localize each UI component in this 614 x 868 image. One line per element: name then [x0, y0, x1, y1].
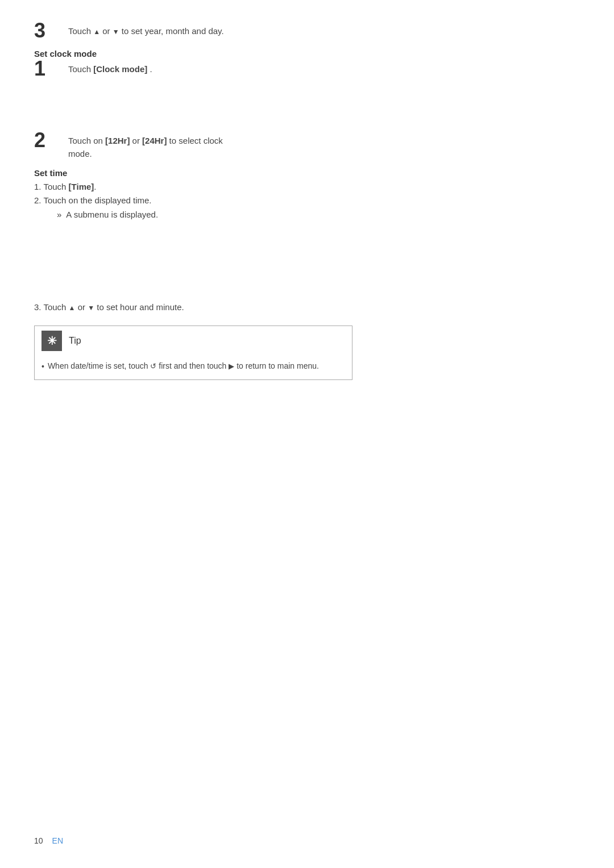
down-arrow-icon	[113, 26, 119, 36]
24hr-label: [24Hr]	[142, 136, 167, 145]
down-arrow-2-icon	[88, 302, 94, 312]
set-time-heading: Set time	[34, 168, 580, 178]
tip-header: ✳ Tip	[35, 326, 352, 356]
step-1-end: .	[147, 64, 152, 74]
step1-end: .	[94, 182, 96, 191]
tip-icon-box: ✳	[42, 331, 62, 351]
step-3-time-block: 3. Touch or to set hour and minute.	[34, 299, 580, 314]
footer: 10 EN	[34, 836, 63, 845]
play-icon: ▶	[229, 361, 234, 372]
submenu-arrow: »	[57, 210, 61, 219]
tip-title: Tip	[69, 336, 81, 346]
tip-box: ✳ Tip • When date/time is set, touch ↺ f…	[34, 326, 352, 380]
page-content: 3 Touch or to set year, month and day. S…	[34, 23, 580, 380]
set-time-list: 1. Touch [Time]. 2. Touch on the display…	[34, 180, 580, 207]
bullet-dot: •	[42, 361, 44, 373]
step-1-clock-block: 1 Touch [Clock mode] .	[34, 61, 580, 79]
spacer-1	[34, 87, 580, 132]
page-language: EN	[52, 836, 63, 845]
tip-bullet: • When date/time is set, touch ↺ first a…	[42, 360, 345, 373]
step-2-clock-block: 2 Touch on [12Hr] or [24Hr] to select cl…	[34, 132, 580, 160]
clock-mode-label: [Clock mode]	[93, 64, 147, 74]
asterisk-icon: ✳	[47, 334, 57, 348]
submenu-text: A submenu is displayed.	[66, 210, 158, 219]
step-3-year-text: Touch or to set year, month and day.	[68, 23, 224, 38]
up-arrow-icon	[93, 26, 100, 36]
step-1-clock-text: Touch [Clock mode] .	[68, 61, 152, 76]
tip-body: • When date/time is set, touch ↺ first a…	[35, 356, 352, 379]
set-time-step2: 2. Touch on the displayed time.	[34, 194, 580, 207]
set-clock-mode-heading: Set clock mode	[34, 49, 580, 59]
spacer-2	[34, 219, 580, 265]
submenu-item: » A submenu is displayed.	[57, 210, 580, 219]
page-number: 10	[34, 836, 43, 845]
step-number-2-clock: 2	[34, 130, 68, 151]
spacer-3	[34, 265, 580, 299]
tip-text: When date/time is set, touch ↺ first and…	[48, 360, 319, 372]
set-time-step1: 1. Touch [Time].	[34, 180, 580, 194]
12hr-label: [12Hr]	[105, 136, 130, 145]
step-3-year-block: 3 Touch or to set year, month and day.	[34, 23, 580, 41]
step-3-time-text: 3. Touch or to set hour and minute.	[34, 299, 184, 314]
back-icon: ↺	[150, 361, 156, 372]
step-number-1-clock: 1	[34, 59, 68, 79]
step-2-clock-text: Touch on [12Hr] or [24Hr] to select cloc…	[68, 132, 223, 160]
step-number-3-year: 3	[34, 20, 68, 41]
up-arrow-2-icon	[69, 302, 76, 312]
time-label: [Time]	[69, 182, 94, 191]
